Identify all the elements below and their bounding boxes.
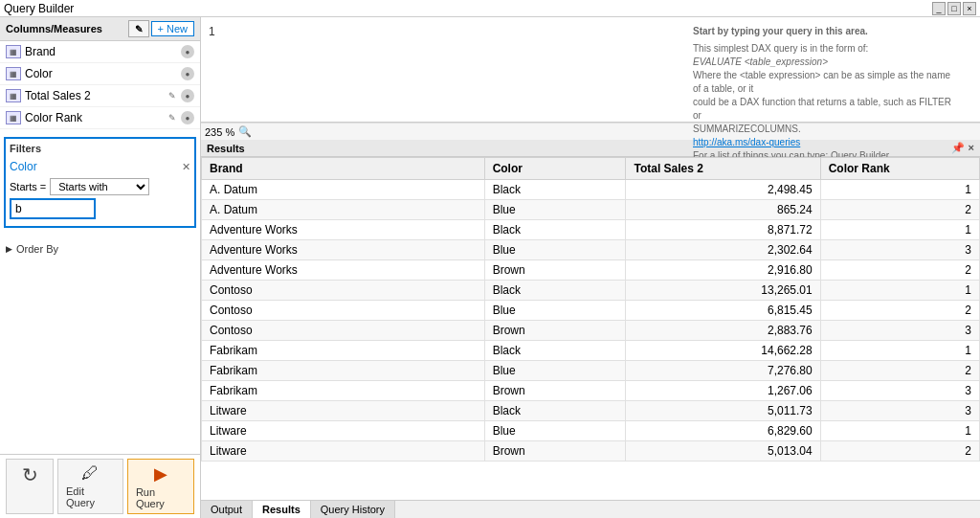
table-row: ContosoBrown2,883.763: [202, 321, 980, 341]
totalsales-edit-btn[interactable]: ✎: [166, 89, 179, 102]
cell-sales: 5,013.04: [626, 441, 820, 462]
maximize-btn[interactable]: □: [947, 2, 961, 15]
columns-title: Columns/Measures: [6, 23, 102, 34]
table-row: ContosoBlack13,265.011: [202, 281, 980, 301]
hint-link-text: http://aka.ms/dax-queries: [693, 137, 800, 147]
cell-sales: 8,871.72: [626, 220, 820, 240]
cell-sales: 14,662.28: [626, 341, 820, 361]
cell-color: Black: [484, 281, 626, 301]
table-row: LitwareBlack5,011.733: [202, 401, 980, 421]
results-close-btn[interactable]: ×: [969, 142, 974, 154]
cell-brand: A. Datum: [202, 200, 485, 220]
column-item-colorrank: ▦ Color Rank ✎ ●: [0, 107, 200, 129]
bottom-buttons: ↻ 🖊 Edit Query ▶ Run Query: [0, 454, 200, 518]
cell-rank: 3: [820, 321, 979, 341]
table-row: FabrikamBlue7,276.802: [202, 361, 980, 381]
cell-sales: 5,011.73: [626, 401, 820, 421]
title-bar-controls: _ □ ×: [932, 2, 976, 15]
order-by-section: ▶ Order By: [0, 239, 200, 259]
filter-color-name: Color: [10, 160, 37, 173]
left-panel: Columns/Measures ✎ + New ▦ Brand ● ▦: [0, 17, 201, 518]
cell-brand: Fabrikam: [202, 341, 485, 361]
brand-circle-icon: ●: [181, 45, 194, 58]
refresh-button[interactable]: ↻: [6, 459, 54, 514]
tab-results[interactable]: Results: [253, 501, 311, 518]
results-title: Results: [207, 143, 245, 154]
cell-brand: Contoso: [202, 281, 485, 301]
table-row: LitwareBlue6,829.601: [202, 421, 980, 441]
edit-icon-btn[interactable]: ✎: [128, 20, 149, 37]
hint-line6: SUMMARIZECOLUMNS.: [693, 123, 961, 136]
starts-label: Starts =: [10, 181, 46, 192]
brand-label: Brand: [25, 45, 177, 58]
zoom-value: 235 %: [205, 126, 234, 138]
table-row: ContosoBlue6,815.452: [202, 301, 980, 321]
hint-line2: This simplest DAX query is in the form o…: [693, 42, 961, 56]
filter-value-input[interactable]: [10, 198, 96, 219]
cell-color: Brown: [484, 441, 626, 462]
cell-brand: Litware: [202, 421, 485, 441]
totalsales-label: Total Sales 2: [25, 89, 162, 102]
run-query-label: Run Query: [136, 486, 186, 509]
order-by-label: Order By: [16, 243, 58, 255]
close-btn[interactable]: ×: [963, 2, 976, 15]
title-bar: Query Builder _ □ ×: [0, 0, 980, 17]
table-row: A. DatumBlue865.242: [202, 200, 980, 220]
table-row: FabrikamBlack14,662.281: [202, 341, 980, 361]
totalsales-circle-icon: ●: [181, 89, 194, 102]
filter-value-row: [10, 198, 190, 219]
cell-rank: 1: [820, 341, 979, 361]
cell-rank: 2: [820, 260, 979, 281]
order-by-toggle[interactable]: ▶ Order By: [6, 243, 194, 255]
col-header-sales: Total Sales 2: [626, 158, 820, 180]
cell-brand: Adventure Works: [202, 260, 485, 281]
order-by-arrow: ▶: [6, 244, 12, 254]
cell-color: Blue: [484, 301, 626, 321]
cell-rank: 2: [820, 361, 979, 381]
cell-color: Blue: [484, 361, 626, 381]
cell-brand: A. Datum: [202, 180, 485, 200]
hint-line1: Start by typing your query in this area.: [693, 25, 961, 38]
column-list: ▦ Brand ● ▦ Color ● ▦ Total: [0, 41, 200, 129]
cell-color: Brown: [484, 260, 626, 281]
colorrank-edit-btn[interactable]: ✎: [166, 111, 179, 124]
results-table: Brand Color Total Sales 2 Color Rank A. …: [201, 157, 980, 462]
colorrank-icon: ▦: [6, 110, 21, 125]
cell-color: Black: [484, 180, 626, 200]
hint-link[interactable]: http://aka.ms/dax-queries: [693, 136, 961, 149]
cell-sales: 865.24: [626, 200, 820, 220]
color-label: Color: [25, 67, 177, 80]
cell-brand: Adventure Works: [202, 220, 485, 240]
cell-brand: Litware: [202, 441, 485, 462]
colorrank-circle-icon: ●: [181, 111, 194, 124]
filter-operator-select[interactable]: Starts with Contains Equals Does not equ…: [50, 178, 149, 195]
cell-color: Black: [484, 220, 626, 240]
cell-rank: 2: [820, 301, 979, 321]
cell-sales: 2,498.45: [626, 180, 820, 200]
query-area[interactable]: 1 Start by typing your query in this are…: [201, 17, 980, 123]
brand-icon: ▦: [6, 44, 21, 59]
filter-operator-row: Starts = Starts with Contains Equals Doe…: [10, 178, 190, 195]
edit-query-button[interactable]: 🖊 Edit Query: [57, 459, 123, 514]
tab-output[interactable]: Output: [201, 501, 253, 518]
edit-query-label: Edit Query: [66, 485, 115, 508]
tab-query-history[interactable]: Query History: [311, 501, 395, 518]
cell-color: Blue: [484, 240, 626, 260]
filters-section: Filters Color ✕ Starts = Starts with Con…: [4, 137, 196, 228]
cell-sales: 6,829.60: [626, 421, 820, 441]
cell-sales: 13,265.01: [626, 281, 820, 301]
run-query-button[interactable]: ▶ Run Query: [127, 459, 194, 514]
table-container[interactable]: Brand Color Total Sales 2 Color Rank A. …: [201, 157, 980, 500]
cell-color: Black: [484, 401, 626, 421]
cell-rank: 3: [820, 401, 979, 421]
colorrank-label: Color Rank: [25, 111, 162, 124]
cell-color: Blue: [484, 421, 626, 441]
refresh-icon: ↻: [22, 463, 38, 486]
filter-close-btn[interactable]: ✕: [182, 161, 190, 173]
new-button[interactable]: + New: [151, 21, 195, 36]
cell-sales: 2,883.76: [626, 321, 820, 341]
table-row: Adventure WorksBrown2,916.802: [202, 260, 980, 281]
hint-line3: EVALUATE <table_expression>: [693, 56, 961, 69]
hint-line5: could be a DAX function that returns a t…: [693, 96, 961, 123]
minimize-btn[interactable]: _: [932, 2, 946, 15]
